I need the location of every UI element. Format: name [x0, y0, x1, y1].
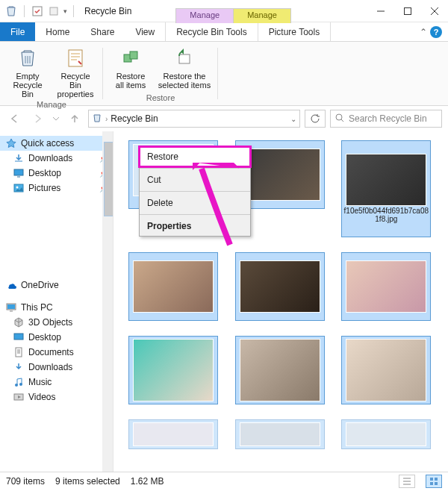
file-item[interactable]: f10e5f0b044fd691b7ca081f8.jpg [341, 140, 431, 237]
file-item[interactable] [235, 336, 325, 404]
file-item[interactable] [235, 252, 325, 321]
properties-sheet-icon [63, 46, 87, 70]
address-folder: Recycle Bin [111, 113, 158, 124]
close-button[interactable] [421, 0, 448, 22]
star-icon [6, 138, 16, 148]
forward-button[interactable] [28, 110, 46, 128]
restore-selected-icon [172, 46, 196, 70]
thumbnails-view-button[interactable] [426, 475, 442, 488]
svg-point-10 [16, 187, 19, 189]
sidebar-desktop[interactable]: Desktop📌 [0, 166, 113, 181]
collapse-ribbon-icon[interactable]: ⌃ [420, 27, 427, 37]
svg-rect-12 [7, 304, 15, 309]
onedrive-icon [6, 280, 16, 290]
ribbon-tabs: File Home Share View Recycle Bin Tools P… [0, 22, 448, 42]
file-item[interactable] [128, 336, 218, 404]
restore-selected-button[interactable]: Restore the selected items [155, 45, 214, 90]
context-menu: Restore Cut Delete Properties [139, 146, 251, 237]
menu-properties[interactable]: Properties [140, 216, 250, 236]
home-tab[interactable]: Home [35, 22, 80, 41]
help-icon[interactable]: ? [430, 26, 442, 38]
recycle-bin-icon [4, 4, 18, 18]
up-button[interactable] [66, 110, 84, 128]
history-dropdown[interactable] [51, 110, 61, 128]
quick-access-toolbar: ▾ [0, 4, 81, 18]
sidebar-downloads2[interactable]: Downloads [0, 360, 113, 375]
restore-all-button[interactable]: Restore all items [108, 45, 154, 90]
status-size: 1.62 MB [131, 476, 164, 487]
search-box[interactable]: Search Recycle Bin [330, 110, 442, 128]
svg-rect-2 [405, 7, 411, 14]
qat-dropdown-icon[interactable] [47, 4, 60, 18]
qat-chevron-icon[interactable]: ▾ [63, 7, 67, 15]
svg-rect-19 [435, 478, 438, 481]
sidebar-quick-access[interactable]: Quick access [0, 136, 113, 151]
desktop-icon [13, 332, 24, 343]
ribbon: Empty Recycle Bin Recycle Bin properties… [0, 42, 448, 106]
svg-rect-13 [14, 334, 23, 340]
file-item[interactable] [235, 419, 325, 449]
menu-restore[interactable]: Restore [140, 147, 250, 166]
svg-point-7 [336, 114, 342, 120]
svg-rect-21 [435, 482, 438, 485]
share-tab[interactable]: Share [80, 22, 125, 41]
sidebar-downloads[interactable]: Downloads📌 [0, 151, 113, 166]
sidebar-desktop2[interactable]: Desktop [0, 330, 113, 345]
recycle-bin-properties-button[interactable]: Recycle Bin properties [52, 45, 99, 99]
minimize-button[interactable] [367, 0, 394, 22]
documents-icon [13, 347, 24, 357]
window-title: Recycle Bin [81, 6, 131, 16]
sidebar-3d-objects[interactable]: 3D Objects [0, 315, 113, 330]
recyclebin-tools-tab[interactable]: Recycle Bin Tools [165, 22, 258, 41]
sidebar-videos[interactable]: Videos [0, 390, 113, 404]
context-tab-picture[interactable]: Manage [233, 8, 291, 23]
svg-rect-1 [50, 7, 57, 15]
desktop-icon [13, 168, 24, 178]
title-bar: ▾ Recycle Bin Manage Manage [0, 0, 448, 22]
menu-cut[interactable]: Cut [140, 170, 250, 190]
sidebar-documents[interactable]: Documents [0, 345, 113, 360]
details-view-button[interactable] [399, 475, 415, 488]
empty-recycle-bin-button[interactable]: Empty Recycle Bin [4, 45, 51, 99]
sidebar-onedrive[interactable]: OneDrive [0, 278, 113, 293]
empty-bin-icon [16, 46, 40, 70]
restore-all-icon [119, 46, 143, 70]
status-selected: 9 items selected [55, 476, 120, 487]
thispc-icon [6, 302, 16, 313]
ribbon-group-restore: Restore all items Restore the selected i… [103, 42, 218, 105]
sidebar-this-pc[interactable]: This PC [0, 300, 113, 315]
file-item[interactable] [341, 252, 431, 321]
ribbon-help: ⌃ ? [420, 22, 442, 41]
file-tab[interactable]: File [0, 22, 35, 41]
address-bar[interactable]: › Recycle Bin ⌄ [88, 110, 300, 128]
context-tab-recyclebin[interactable]: Manage [175, 8, 234, 23]
recycle-bin-addr-icon [92, 113, 102, 125]
properties-icon[interactable] [31, 4, 44, 18]
menu-delete[interactable]: Delete [140, 193, 250, 213]
svg-rect-14 [16, 348, 22, 357]
svg-rect-6 [179, 54, 190, 63]
ribbon-group-manage: Empty Recycle Bin Recycle Bin properties… [0, 42, 103, 105]
downloads-icon [13, 153, 24, 163]
picture-tools-tab[interactable]: Picture Tools [258, 22, 331, 41]
file-item[interactable] [128, 252, 218, 321]
sidebar-pictures[interactable]: Pictures📌 [0, 181, 113, 196]
view-tab[interactable]: View [125, 22, 165, 41]
sidebar-music[interactable]: Music [0, 375, 113, 390]
status-item-count: 709 items [6, 476, 45, 487]
refresh-button[interactable] [305, 110, 326, 128]
address-chevron-icon[interactable]: ⌄ [290, 115, 296, 123]
file-item[interactable] [341, 336, 431, 404]
svg-rect-8 [14, 169, 23, 175]
search-placeholder: Search Recycle Bin [349, 113, 427, 124]
back-button[interactable] [6, 110, 24, 128]
pictures-icon [13, 183, 24, 193]
svg-point-15 [15, 384, 18, 387]
search-icon [335, 113, 344, 125]
sidebar-scrollbar[interactable] [102, 131, 113, 472]
file-item[interactable] [341, 419, 431, 449]
file-item[interactable] [128, 419, 218, 449]
svg-rect-18 [430, 478, 433, 481]
maximize-button[interactable] [394, 0, 421, 22]
cube-icon [13, 317, 24, 328]
